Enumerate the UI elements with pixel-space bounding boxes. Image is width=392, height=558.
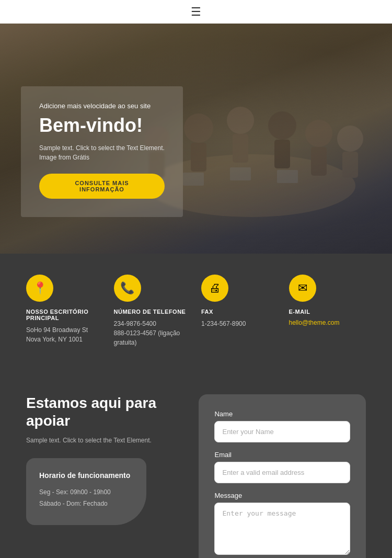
name-label: Name	[214, 410, 350, 418]
contact-label-fax: FAX	[201, 309, 279, 315]
name-input[interactable]	[214, 421, 350, 442]
email-label: Email	[214, 451, 350, 459]
contact-label-email: E-MAIL	[289, 309, 366, 315]
svg-rect-10	[311, 147, 327, 176]
svg-rect-4	[191, 143, 206, 172]
contact-label-location: NOSSO ESCRITÓRIO PRINCIPAL	[26, 309, 103, 321]
hours-card-title: Horario de funcionamento	[39, 471, 133, 480]
support-left: Estamos aqui para apoiar Sample text. Cl…	[26, 394, 178, 525]
support-right: Name Email Message Enviar	[199, 394, 366, 558]
svg-rect-14	[230, 167, 251, 180]
contact-info-section: 📍 NOSSO ESCRITÓRIO PRINCIPAL SoHo 94 Bro…	[0, 254, 392, 368]
email-icon: ✉	[289, 275, 316, 302]
contact-value-fax: 1-234-567-8900	[201, 319, 279, 328]
phone-icon: 📞	[114, 275, 141, 302]
contact-item-phone: 📞 NÚMERO DE TELEFONE 234-9876-5400888-01…	[114, 275, 191, 347]
name-field-group: Name	[214, 410, 350, 442]
message-field-group: Message	[214, 492, 350, 557]
svg-point-3	[184, 113, 213, 143]
email-field-group: Email	[214, 451, 350, 483]
svg-rect-6	[233, 134, 248, 163]
hours-card: Horario de funcionamento Seg - Sex: 09h0…	[26, 458, 146, 525]
contact-form: Name Email Message Enviar	[199, 394, 366, 558]
hours-weekday: Seg - Sex: 09h00 - 19h00	[39, 487, 133, 498]
hero-subtitle: Adicione mais velocidade ao seu site	[39, 102, 165, 110]
fax-icon: 🖨	[201, 275, 228, 302]
email-input[interactable]	[214, 462, 350, 483]
svg-point-9	[305, 120, 332, 147]
contact-label-phone: NÚMERO DE TELEFONE	[114, 309, 191, 315]
hero-title: Bem-vindo!	[39, 115, 165, 136]
contact-item-location: 📍 NOSSO ESCRITÓRIO PRINCIPAL SoHo 94 Bro…	[26, 275, 103, 347]
location-icon: 📍	[26, 275, 53, 302]
svg-rect-12	[342, 152, 358, 178]
menu-icon[interactable]: ☰	[191, 5, 201, 19]
svg-point-5	[227, 107, 254, 134]
support-title: Estamos aqui para apoiar	[26, 394, 178, 429]
support-section: Estamos aqui para apoiar Sample text. Cl…	[0, 368, 392, 558]
svg-rect-15	[277, 170, 298, 183]
hero-content-box: Adicione mais velocidade ao seu site Bem…	[21, 86, 183, 217]
svg-point-7	[268, 111, 296, 140]
message-label: Message	[214, 492, 350, 499]
hours-weekend: Sábado - Dom: Fechado	[39, 498, 133, 510]
contact-value-email[interactable]: hello@theme.com	[289, 319, 366, 326]
header: ☰	[0, 0, 392, 24]
contact-value-location: SoHo 94 Broadway St Nova York, NY 1001	[26, 325, 103, 344]
contact-item-fax: 🖨 FAX 1-234-567-8900	[201, 275, 279, 347]
hero-section: Adicione mais velocidade ao seu site Bem…	[0, 24, 392, 254]
contact-value-phone: 234-9876-5400888-0123-4567 (ligação grat…	[114, 319, 191, 347]
contact-item-email: ✉ E-MAIL hello@theme.com	[289, 275, 366, 347]
svg-rect-8	[274, 140, 290, 168]
support-description: Sample text. Click to select the Text El…	[26, 436, 178, 445]
hero-cta-button[interactable]: CONSULTE MAIS INFORMAÇÃO	[39, 174, 165, 199]
svg-rect-13	[183, 173, 204, 186]
svg-point-11	[337, 126, 363, 152]
message-textarea[interactable]	[214, 503, 350, 555]
hero-description: Sample text. Click to select the Text El…	[39, 143, 165, 162]
